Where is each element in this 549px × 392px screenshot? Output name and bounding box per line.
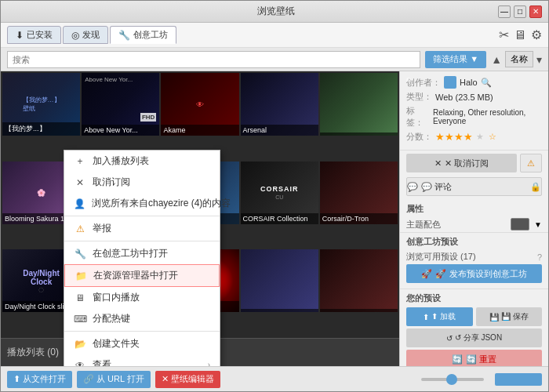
unsub-icon: ✕ [434,158,442,169]
ctx-separator-1 [64,216,220,216]
monitor-icon[interactable]: 🖥 [514,28,526,42]
bottom-bar: ⬆ 从文件打开 🔗 从 URL 打开 ✕ 壁纸编辑器 [1,366,548,391]
search-input[interactable] [7,51,420,68]
close-button[interactable]: ✕ [529,5,542,18]
workshop-available-label: 浏览可用预设 (17) [406,251,534,263]
search-button[interactable]: 筛选结果 ▼ [425,51,486,68]
report-button[interactable]: ⚠ [520,154,542,172]
tab-bar: ⬇ 已安装 ◎ 发现 🔧 创意工坊 [7,26,176,44]
your-presets-section: 您的预设 ⬆ ⬆ 加载 💾 💾 保存 ↺ ↺ 分享 JSON [400,289,548,366]
rating-key: 分数： [406,131,432,143]
slider-area [421,378,484,381]
grid-item-4[interactable]: Arsenal [241,73,318,136]
theme-label: 主题配色 [406,219,506,230]
type-row: 类型： Web (23.5 MB) [406,91,542,103]
grid-item-3[interactable]: 👁 Akame [161,73,238,136]
ctx-browse-author[interactable]: 👤 浏览所有来自chayezire (4)的内容 [64,193,220,214]
load-btn[interactable]: ⬆ ⬆ 加载 [406,307,473,326]
comment-button[interactable]: 💬 💬 评论 🔒 [406,177,542,196]
dropdown-arrow[interactable]: ▼ [534,220,542,229]
ctx-create-folder[interactable]: 📂 创建文件夹 [64,333,220,354]
author-icon: 👤 [74,198,85,209]
load-save-row: ⬆ ⬆ 加载 💾 💾 保存 [406,307,542,326]
hotkey-icon: ⌨ [74,314,86,325]
scissors-icon[interactable]: ✂ [499,27,509,42]
window-controls: — □ ✕ [498,5,542,18]
save-btn[interactable]: 💾 💾 保存 [476,307,543,326]
editor-btn[interactable]: ✕ 壁纸编辑器 [155,371,220,388]
load-icon: ⬆ [423,313,429,321]
right-panel: · Rainy Day 创作者： Halo 🔍 类型： Web (23.5 MB… [399,71,548,366]
reset-btn[interactable]: 🔄 🔄 重置 [406,350,542,366]
tab-discover[interactable]: ◎ 发现 [63,26,108,44]
sort-label[interactable]: 名称 [505,51,533,67]
rating-row: 分数： ★★★★ ★ ☆ [406,131,542,143]
grid-item-9[interactable]: CORSAIR CU CORSAIR Collection [241,162,318,224]
your-section-title: 您的预设 [406,292,542,307]
settings-icon[interactable]: ⚙ [531,27,542,42]
tab-workshop[interactable]: 🔧 创意工坊 [110,26,176,44]
color-swatch[interactable] [511,218,529,230]
grid-item-2[interactable]: Above New Yor... FHD Above New Yor... [82,73,159,136]
info-section: 创作者： Halo 🔍 类型： Web (23.5 MB) 标签： Relaxi… [400,71,548,151]
sort-down-icon[interactable]: ▾ [536,53,542,66]
comment-icon: 💬 [407,182,418,192]
author-row: 创作者： Halo 🔍 [406,76,542,89]
gallery-area: 【我的梦…】壁纸 【我的梦...】 Above New Yor... FHD A… [1,71,399,366]
main-window: 浏览壁纸 — □ ✕ ⬇ 已安装 ◎ 发现 🔧 创意工坊 ✂ 🖥 ⚙ [0,0,549,392]
ctx-add-playlist[interactable]: + 加入播放列表 [64,151,220,172]
file-icon: ⬆ [13,374,20,384]
help-icon[interactable]: ? [537,252,542,262]
workshop-section: 创意工坊预设 浏览可用预设 (17) ? 🚀 🚀 发布预设到创意工坊 [400,232,548,289]
title-bar: 浏览壁纸 — □ ✕ [1,1,548,23]
url-icon: 🔗 [83,374,94,384]
ctx-unsubscribe[interactable]: ✕ 取消订阅 [64,172,220,193]
lock-icon: 🔒 [530,182,541,192]
unsub-button[interactable]: ✕ ✕ 取消订阅 [406,154,517,172]
tab-toolbar: ⬇ 已安装 ◎ 发现 🔧 创意工坊 ✂ 🖥 ⚙ [1,23,548,48]
grid-item-5[interactable] [320,73,398,136]
grid-item-1[interactable]: 【我的梦…】壁纸 【我的梦...】 [2,73,80,136]
preview-dot [406,78,411,82]
grid-item-10[interactable]: Corsair/D-Tron [320,162,398,224]
tags-row: 标签： Relaxing, Other resolution, Everyone [406,105,542,129]
maximize-button[interactable]: □ [514,5,526,18]
author-search-icon[interactable]: 🔍 [481,78,492,88]
sort-up-icon[interactable]: ▲ [491,53,502,66]
ctx-view[interactable]: 👁 查看 › [64,354,220,366]
context-menu: + 加入播放列表 ✕ 取消订阅 👤 浏览所有来自chayezire (4)的内容… [64,150,220,366]
ctx-windowed-play[interactable]: 🖥 窗口内播放 [64,287,220,308]
window-play-icon: 🖥 [74,292,86,303]
share-btn[interactable]: ↺ ↺ 分享 JSON [406,328,542,347]
ctx-report[interactable]: ⚠ 举报 [64,218,220,239]
grid-item-14[interactable] [241,249,318,312]
tab-installed[interactable]: ⬇ 已安装 [7,26,61,44]
tags-val: Relaxing, Other resolution, Everyone [433,108,542,125]
grid-item-15[interactable] [320,249,398,312]
view-icon: 👁 [74,360,86,367]
ctx-open-explorer[interactable]: 📁 在资源管理器中打开 [64,264,220,287]
toolbar-icons: ✂ 🖥 ⚙ [499,27,542,42]
bookmark-icon[interactable]: ☆ [489,132,496,142]
editor-icon: ✕ [162,374,169,384]
volume-slider[interactable] [421,378,484,381]
action-buttons: ✕ ✕ 取消订阅 ⚠ 💬 💬 评论 🔒 [400,151,548,200]
accent-bar-bottom [495,373,542,386]
explorer-icon: 📁 [75,270,87,281]
share-icon: ↺ [446,334,453,343]
publish-workshop-btn[interactable]: 🚀 🚀 发布预设到创意工坊 [406,264,542,283]
add-icon: + [74,156,86,167]
theme-row: 主题配色 ▼ [400,216,548,232]
report-icon: ⚠ [74,223,86,234]
minimize-button[interactable]: — [498,5,511,18]
save-icon: 💾 [489,313,499,321]
props-section-title: 属性 [400,200,548,216]
ctx-open-workshop[interactable]: 🔧 在创意工坊中打开 [64,243,220,264]
tags-key: 标签： [406,105,430,129]
open-file-btn[interactable]: ⬆ 从文件打开 [7,371,72,388]
star-empty: ★ [476,132,484,142]
workshop-open-icon: 🔧 [74,249,86,260]
sort-area: ▲ 名称 ▾ [491,51,542,67]
ctx-hotkey[interactable]: ⌨ 分配热键 [64,308,220,329]
open-url-btn[interactable]: 🔗 从 URL 打开 [77,371,151,388]
